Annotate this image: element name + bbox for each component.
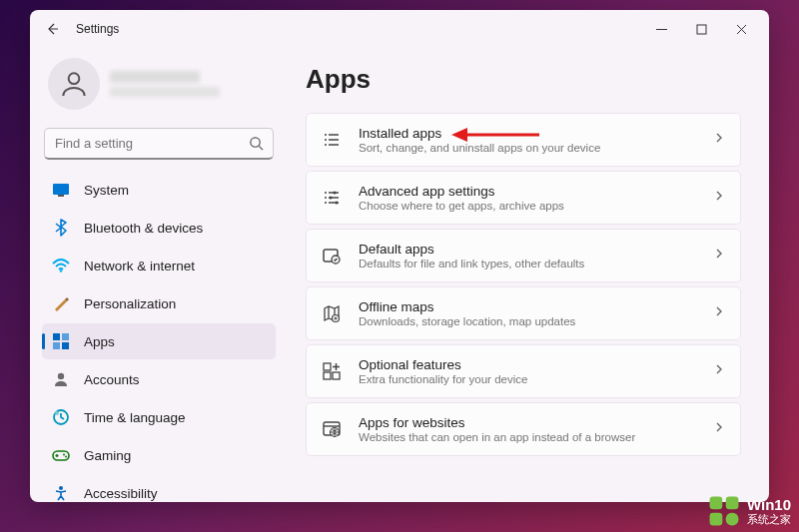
profile-section[interactable]	[42, 54, 276, 124]
svg-point-12	[55, 411, 59, 415]
chevron-right-icon	[712, 189, 726, 207]
person-icon	[58, 68, 90, 100]
svg-rect-6	[53, 333, 60, 340]
sidebar-item-label: Accessibility	[84, 486, 158, 501]
settings-window: Settings SystemBluetooth & devices	[30, 10, 769, 502]
search-field	[44, 128, 274, 160]
watermark: Win10 系统之家	[707, 494, 791, 528]
card-installed[interactable]: Installed apps Sort, change, and uninsta…	[306, 113, 741, 167]
svg-rect-33	[726, 513, 739, 526]
card-default[interactable]: Default apps Defaults for file and link …	[306, 229, 741, 282]
sidebar-item-label: Network & internet	[84, 259, 195, 273]
sidebar-item-accounts[interactable]: Accounts	[42, 361, 276, 397]
svg-rect-31	[726, 497, 739, 510]
optional-icon	[321, 360, 343, 382]
card-text: Optional features Extra functionality fo…	[359, 357, 712, 385]
chevron-right-icon	[712, 247, 726, 265]
apps-icon	[52, 332, 70, 350]
accounts-icon	[52, 370, 70, 388]
default-icon	[321, 245, 343, 266]
websites-icon	[321, 418, 343, 440]
watermark-line1: Win10	[747, 497, 791, 514]
minimize-button[interactable]	[641, 14, 681, 44]
installed-icon	[321, 129, 343, 151]
sidebar-item-apps[interactable]: Apps	[42, 323, 276, 359]
personalization-icon	[52, 294, 70, 312]
sidebar-item-label: Time & language	[84, 410, 186, 425]
card-advanced[interactable]: Advanced app settings Choose where to ge…	[306, 171, 741, 225]
svg-rect-30	[710, 497, 723, 510]
svg-point-19	[336, 202, 339, 205]
svg-point-10	[58, 373, 64, 379]
sidebar-item-bluetooth[interactable]: Bluetooth & devices	[42, 210, 276, 246]
card-text: Advanced app settings Choose where to ge…	[359, 184, 712, 212]
system-icon	[52, 181, 70, 199]
profile-email-redacted	[110, 87, 220, 97]
maximize-button[interactable]	[681, 14, 721, 44]
sidebar-item-gaming[interactable]: Gaming	[42, 437, 276, 473]
time-icon	[52, 408, 70, 426]
sidebar-item-label: System	[84, 183, 129, 198]
card-title: Installed apps	[359, 126, 712, 141]
watermark-text: Win10 系统之家	[747, 497, 791, 526]
offline-icon	[321, 302, 343, 324]
svg-rect-8	[53, 342, 60, 349]
avatar	[48, 58, 100, 110]
card-text: Installed apps Sort, change, and uninsta…	[359, 126, 712, 154]
watermark-logo-icon	[707, 494, 741, 528]
sidebar-item-accessibility[interactable]: Accessibility	[42, 475, 276, 502]
card-optional[interactable]: Optional features Extra functionality fo…	[306, 344, 741, 398]
card-subtitle: Choose where to get apps, archive apps	[359, 200, 712, 212]
sidebar-item-network[interactable]: Network & internet	[42, 248, 276, 283]
card-title: Offline maps	[359, 299, 712, 314]
profile-name-redacted	[110, 71, 200, 83]
back-arrow-icon	[44, 21, 60, 37]
titlebar: Settings	[30, 10, 769, 48]
svg-rect-9	[62, 342, 69, 349]
sidebar-item-time[interactable]: Time & language	[42, 399, 276, 435]
card-subtitle: Extra functionality for your device	[359, 373, 712, 385]
card-websites[interactable]: Apps for websites Websites that can open…	[306, 402, 741, 456]
sidebar-item-personalization[interactable]: Personalization	[42, 285, 276, 321]
close-button[interactable]	[721, 14, 761, 44]
minimize-icon	[656, 24, 667, 35]
close-icon	[736, 24, 747, 35]
card-subtitle: Sort, change, and uninstall apps on your…	[359, 142, 712, 154]
sidebar-item-label: Gaming	[84, 448, 131, 463]
search-input[interactable]	[44, 128, 274, 160]
back-button[interactable]	[38, 15, 66, 43]
window-title: Settings	[76, 22, 119, 36]
gaming-icon	[52, 446, 70, 464]
card-offline[interactable]: Offline maps Downloads, storage location…	[306, 286, 741, 340]
watermark-line2: 系统之家	[747, 513, 791, 525]
accessibility-icon	[52, 484, 70, 502]
nav-list: SystemBluetooth & devicesNetwork & inter…	[42, 172, 276, 502]
chevron-right-icon	[712, 131, 726, 149]
sidebar-item-label: Bluetooth & devices	[84, 221, 203, 236]
sidebar-item-system[interactable]: System	[42, 172, 276, 208]
chevron-right-icon	[712, 420, 726, 438]
svg-point-15	[65, 456, 67, 458]
svg-rect-23	[324, 363, 331, 370]
sidebar-item-label: Apps	[84, 334, 115, 349]
svg-point-18	[330, 197, 333, 200]
svg-rect-25	[333, 372, 340, 379]
card-text: Default apps Defaults for file and link …	[359, 242, 712, 269]
card-text: Apps for websites Websites that can open…	[359, 415, 712, 443]
window-controls	[641, 14, 761, 44]
svg-point-5	[60, 269, 62, 271]
card-title: Apps for websites	[359, 415, 712, 430]
svg-point-1	[69, 73, 80, 84]
profile-info	[110, 71, 270, 97]
svg-rect-7	[62, 333, 69, 340]
advanced-icon	[321, 187, 343, 209]
network-icon	[52, 257, 70, 274]
window-body: SystemBluetooth & devicesNetwork & inter…	[30, 48, 769, 502]
svg-rect-3	[53, 184, 69, 195]
card-title: Optional features	[359, 357, 712, 372]
content-area: Apps Installed apps Sort, change, and un…	[288, 48, 769, 502]
bluetooth-icon	[52, 219, 70, 237]
sidebar-item-label: Personalization	[84, 296, 176, 311]
svg-rect-0	[697, 25, 706, 34]
svg-rect-24	[324, 372, 331, 379]
